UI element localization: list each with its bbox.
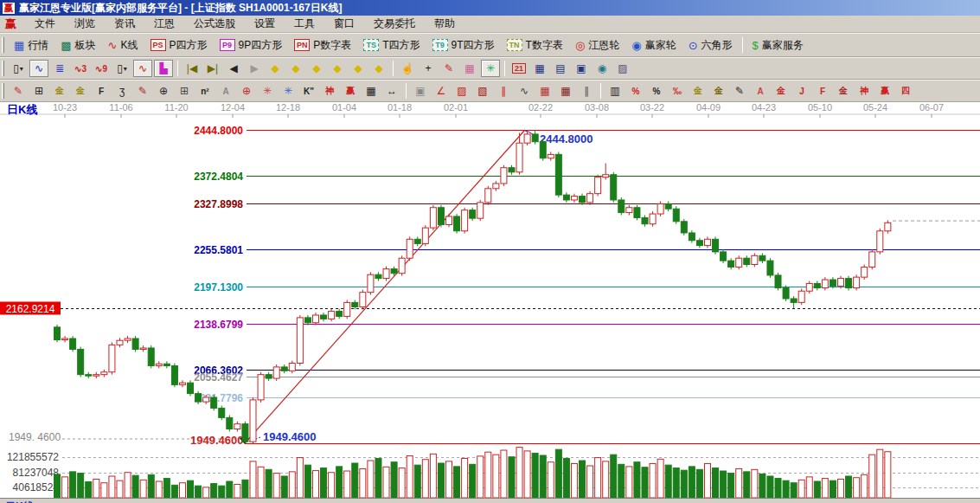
calculator-button[interactable]: ▦ <box>530 60 549 77</box>
parallel-lines-button[interactable]: ∥ <box>494 82 513 100</box>
gold-circle-button[interactable]: 金 <box>689 82 708 100</box>
toolbar-grip[interactable] <box>2 83 4 99</box>
f-angle-button[interactable]: F <box>813 82 832 100</box>
gold-grid-button[interactable]: 金 <box>50 82 69 100</box>
wave-9-button[interactable]: ∿9 <box>92 60 111 77</box>
calendar-button[interactable]: 21 <box>509 60 528 77</box>
draw-line-button[interactable]: ✎ <box>439 60 458 77</box>
hand-tool-button[interactable]: ☝ <box>398 60 417 77</box>
save-button[interactable]: ▣ <box>572 60 591 77</box>
red-zigzag-button[interactable]: ∿ <box>133 60 152 77</box>
market-quotes-button[interactable]: ▦行情 <box>8 35 54 55</box>
menu-item-2[interactable]: 浏览 <box>65 15 105 33</box>
spiral-tool-button[interactable]: ʒ <box>112 82 131 100</box>
shen-angle-button[interactable]: 神 <box>855 82 874 100</box>
percent-button[interactable]: % <box>647 82 666 100</box>
win-angle-button[interactable]: 赢 <box>875 82 894 100</box>
menu-item-7[interactable]: 工具 <box>285 15 324 33</box>
angle-a-button[interactable]: A <box>216 82 235 100</box>
slant-parallel-button[interactable]: ∥ <box>577 82 596 100</box>
zigzag-tool-button[interactable]: ∿ <box>29 60 48 77</box>
save-history-button[interactable]: ◉ <box>592 60 612 77</box>
menu-item-9[interactable]: 交易委托 <box>364 15 425 33</box>
crosshair-button[interactable]: + <box>419 60 438 77</box>
web-blue-button[interactable]: ✳ <box>279 82 298 100</box>
n-square-button[interactable]: n² <box>195 82 215 100</box>
zoom-both-button[interactable]: ◆ <box>328 60 347 77</box>
fan-box-button[interactable]: ▨ <box>452 82 471 100</box>
menu-item-6[interactable]: 设置 <box>245 15 285 33</box>
menu-item-10[interactable]: 帮助 <box>425 15 464 33</box>
four-angle-button[interactable]: 四 <box>896 82 915 100</box>
gold-line-button[interactable]: 金 <box>709 82 728 100</box>
gann-circle-button[interactable]: ⊕ <box>237 82 256 100</box>
percent-red-button[interactable]: % <box>626 82 645 100</box>
gold-grid2-button[interactable]: 金 <box>71 82 90 100</box>
menu-item-3[interactable]: 资讯 <box>105 15 144 33</box>
gold-angle2-button[interactable]: 金 <box>834 82 853 100</box>
analysis-button[interactable]: ✳ <box>481 60 500 77</box>
red-grid2-button[interactable]: ▦ <box>556 82 575 100</box>
hollow-candle-dropdown[interactable]: ▯▾ <box>112 60 131 77</box>
measure-width-button[interactable]: ↔ <box>382 82 401 100</box>
web-red-button[interactable]: ✳ <box>258 82 277 100</box>
win-grid-button[interactable]: 赢 <box>341 82 360 100</box>
kline-button[interactable]: ∿K线 <box>102 35 144 55</box>
menu-item-4[interactable]: 江恩 <box>144 15 184 33</box>
toolbar-grip[interactable] <box>2 61 4 76</box>
zigzag-lines-button[interactable]: ∿ <box>515 82 534 100</box>
menu-item-1[interactable]: 文件 <box>25 15 65 33</box>
winner-wheel-button[interactable]: ◉赢家轮 <box>625 35 682 55</box>
kline-chart-canvas[interactable]: 10-2311-0611-2012-0412-1801-0401-1802-01… <box>0 102 980 498</box>
sector-blocks-button[interactable]: ▩板块 <box>54 35 101 55</box>
zoom-left-button[interactable]: ◆ <box>266 60 285 77</box>
fibonacci-grid-button[interactable]: F <box>92 82 111 100</box>
color-bars-button[interactable]: ▙ <box>154 60 173 77</box>
menu-item-5[interactable]: 公式选股 <box>184 15 245 33</box>
pencil-grid-button[interactable]: ✎ <box>133 82 152 100</box>
kline-label: K线 <box>121 38 138 53</box>
info-list-button[interactable]: ≣ <box>50 60 69 77</box>
hexagon-button[interactable]: ⊙六角形 <box>682 35 739 55</box>
candle-type-dropdown[interactable]: ▯▾ <box>9 60 28 77</box>
t-number-table-button[interactable]: TNT数字表 <box>501 35 569 55</box>
zoom-reset-button[interactable]: ◆ <box>369 60 388 77</box>
p-square-button[interactable]: PSP四方形 <box>144 35 214 55</box>
ink-pen-button[interactable]: ✎ <box>730 82 749 100</box>
notes-button[interactable]: ▤ <box>551 60 570 77</box>
first-page-button[interactable]: |◀ <box>183 60 202 77</box>
fan-box-solid-button[interactable]: ▧ <box>473 82 492 100</box>
j-angle-button[interactable]: J <box>792 82 811 100</box>
winner-service-button[interactable]: $赢家服务 <box>746 35 810 55</box>
red-grid-button[interactable]: ▦ <box>535 82 554 100</box>
scroll-left-button[interactable]: ◀ <box>224 60 243 77</box>
zoom-horizontal-button[interactable]: ◆ <box>307 60 326 77</box>
gold-angle-button[interactable]: 金 <box>772 82 791 100</box>
price-bars-button[interactable]: ▥ <box>605 82 625 100</box>
grid-cursor-button[interactable]: ▦ <box>460 60 479 77</box>
last-page-button[interactable]: ▶| <box>203 60 222 77</box>
toolbar-grip[interactable] <box>2 37 4 53</box>
9p-square-button[interactable]: P99P四方形 <box>214 35 289 55</box>
box-select-button[interactable]: ▣ <box>411 82 430 100</box>
pencil-tool-button[interactable]: ✎ <box>9 82 28 100</box>
grid-tool-button[interactable]: ⊞ <box>29 82 48 100</box>
plain-grid-button[interactable]: ⊞ <box>175 82 194 100</box>
shen-grid-button[interactable]: 神 <box>320 82 339 100</box>
permille-button[interactable]: ‰ <box>668 82 687 100</box>
k-mark-button[interactable]: K" <box>299 82 318 100</box>
gann-wheel-button[interactable]: ◎江恩轮 <box>569 35 625 55</box>
grid-123-button[interactable]: ▦ <box>362 82 381 100</box>
export-button[interactable]: ▨ <box>613 60 632 77</box>
zoom-right-button[interactable]: ◆ <box>286 60 305 77</box>
9t-square-button[interactable]: T99T四方形 <box>426 35 501 55</box>
a-wave-button[interactable]: A <box>751 82 770 100</box>
scroll-right-button[interactable]: ▶ <box>245 60 264 77</box>
t-square-button[interactable]: TST四方形 <box>357 35 426 55</box>
wave-3-button[interactable]: ∿3 <box>71 60 90 77</box>
zoom-all-button[interactable]: ◆ <box>349 60 368 77</box>
circle-cycle-button[interactable]: ⊕ <box>154 82 173 100</box>
p-number-table-button[interactable]: PNP数字表 <box>288 35 357 55</box>
gann-fan-button[interactable]: ∠ <box>432 82 451 100</box>
menu-item-8[interactable]: 窗口 <box>324 15 364 33</box>
